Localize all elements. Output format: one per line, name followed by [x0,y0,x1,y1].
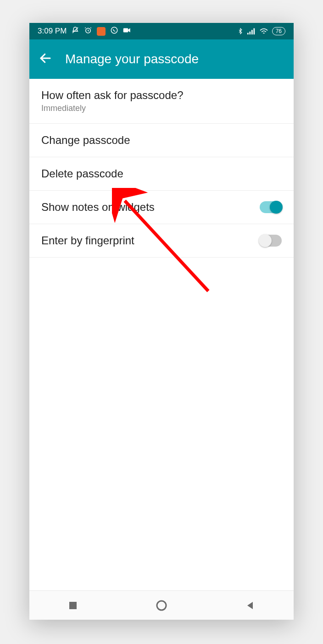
back-button[interactable] [39,51,52,67]
nav-recent-button[interactable] [67,600,78,611]
phone-frame: 3:09 PM 76 [29,23,294,620]
toggle-widgets[interactable] [260,201,282,213]
svg-point-2 [111,27,118,33]
battery-indicator: 76 [272,27,285,35]
signal-icon [247,28,256,35]
svg-rect-9 [69,602,77,609]
app-bar: Manage your passcode [29,39,294,79]
svg-rect-6 [251,30,253,34]
svg-rect-3 [123,28,128,33]
row-show-notes-widgets[interactable]: Show notes on widgets [29,191,294,224]
wifi-icon [259,28,268,35]
status-right: 76 [237,27,285,35]
row-delete-passcode[interactable]: Delete passcode [29,157,294,191]
row-title: Enter by fingerprint [41,234,134,247]
row-title: How often ask for passcode? [41,89,184,102]
settings-list: How often ask for passcode? Immediately … [29,79,294,590]
row-subtitle: Immediately [41,104,184,113]
row-ask-frequency[interactable]: How often ask for passcode? Immediately [29,79,294,124]
row-title: Delete passcode [41,167,123,180]
row-enter-fingerprint[interactable]: Enter by fingerprint [29,224,294,258]
row-title: Change passcode [41,134,130,147]
viber-icon [110,26,118,37]
row-change-passcode[interactable]: Change passcode [29,124,294,157]
system-nav-bar [29,590,294,620]
toggle-fingerprint[interactable] [260,235,282,247]
status-bar: 3:09 PM 76 [29,23,294,39]
bluetooth-icon [237,27,244,35]
nav-back-button[interactable] [245,600,256,611]
svg-rect-7 [253,28,255,34]
svg-rect-4 [247,33,249,35]
mute-icon [71,26,79,37]
status-time: 3:09 PM [38,27,67,36]
status-left: 3:09 PM [38,26,131,37]
video-icon [123,27,131,36]
svg-rect-5 [249,32,251,34]
page-title: Manage your passcode [65,52,199,66]
svg-point-10 [157,601,166,610]
app-icon [97,27,106,36]
row-title: Show notes on widgets [41,201,155,214]
nav-home-button[interactable] [155,599,168,612]
alarm-icon [84,26,92,37]
